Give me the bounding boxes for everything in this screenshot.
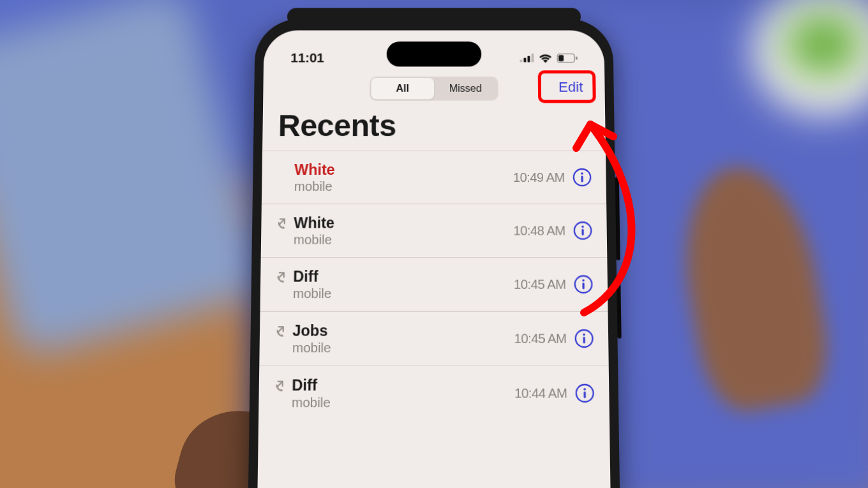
battery-icon	[557, 53, 578, 63]
svg-rect-1	[523, 58, 526, 63]
svg-rect-5	[558, 55, 564, 61]
info-icon[interactable]	[574, 329, 594, 348]
outgoing-call-icon	[273, 160, 294, 164]
svg-point-17	[583, 334, 585, 336]
call-name: White	[294, 161, 513, 179]
call-label: mobile	[294, 232, 514, 247]
phone: 11:01	[255, 19, 613, 488]
svg-point-8	[581, 172, 583, 175]
outgoing-call-icon	[270, 321, 292, 339]
svg-rect-2	[527, 56, 530, 63]
svg-point-14	[582, 279, 585, 282]
call-row[interactable]: Whitemobile10:49 AM	[262, 151, 606, 203]
toolbar: All Missed Edit	[263, 73, 605, 108]
call-row[interactable]: Diffmobile10:44 AM	[258, 366, 610, 420]
edit-button[interactable]: Edit	[552, 77, 590, 98]
info-icon[interactable]	[574, 274, 594, 294]
call-row[interactable]: Diffmobile10:45 AM	[260, 257, 608, 311]
svg-rect-6	[576, 56, 578, 59]
svg-rect-12	[581, 229, 583, 235]
call-time: 10:49 AM	[513, 170, 565, 185]
svg-rect-15	[582, 283, 584, 289]
call-time: 10:48 AM	[513, 223, 565, 238]
outgoing-call-icon	[272, 213, 294, 231]
wifi-icon	[538, 53, 552, 63]
svg-rect-9	[581, 176, 583, 182]
info-icon[interactable]	[575, 383, 595, 403]
call-name: White	[294, 214, 513, 232]
call-time: 10:44 AM	[514, 385, 567, 401]
svg-rect-21	[584, 392, 586, 398]
outgoing-call-icon	[271, 267, 293, 285]
svg-point-11	[581, 226, 584, 228]
screen: 11:01	[257, 31, 610, 488]
status-time: 11:01	[290, 50, 324, 66]
call-row[interactable]: Jobsmobile10:45 AM	[259, 311, 608, 366]
call-label: mobile	[292, 340, 514, 355]
segment-missed[interactable]: Missed	[434, 78, 497, 100]
svg-point-20	[583, 388, 586, 390]
info-icon[interactable]	[572, 168, 592, 187]
page-title: Recents	[262, 108, 606, 151]
svg-rect-0	[520, 60, 522, 63]
call-label: mobile	[294, 179, 513, 194]
call-time: 10:45 AM	[514, 277, 566, 292]
dynamic-island	[387, 41, 482, 66]
info-icon[interactable]	[573, 221, 593, 240]
segment-all[interactable]: All	[371, 78, 434, 100]
call-label: mobile	[292, 395, 514, 410]
call-name: Jobs	[292, 322, 514, 339]
cellular-signal-icon	[520, 54, 534, 63]
call-name: Diff	[293, 268, 514, 285]
call-time: 10:45 AM	[514, 331, 567, 346]
svg-rect-18	[583, 337, 585, 343]
outgoing-call-icon	[269, 375, 292, 394]
call-row[interactable]: Whitemobile10:48 AM	[261, 203, 608, 257]
segmented-control[interactable]: All Missed	[370, 77, 498, 100]
call-list: Whitemobile10:49 AM Whitemobile10:48 AM …	[258, 151, 610, 420]
call-label: mobile	[293, 286, 514, 300]
call-name: Diff	[292, 376, 514, 394]
svg-rect-3	[531, 54, 534, 63]
